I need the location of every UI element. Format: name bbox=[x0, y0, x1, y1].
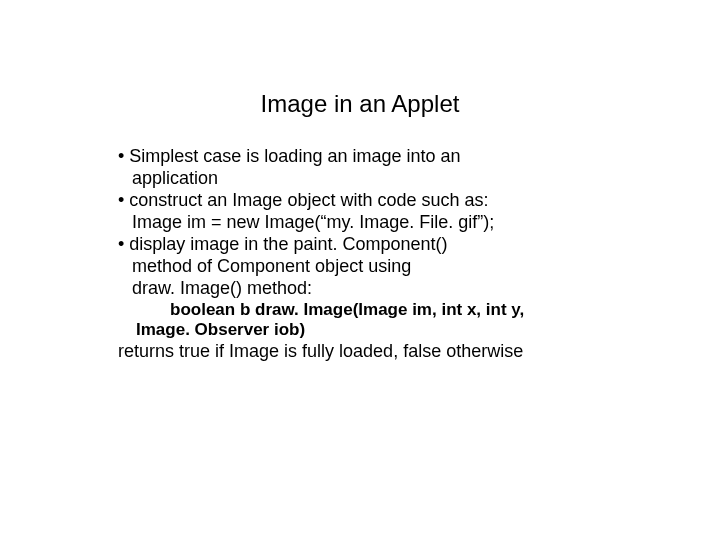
code-line-2: Image. Observer iob) bbox=[118, 320, 618, 341]
slide-title: Image in an Applet bbox=[0, 90, 720, 118]
bullet-2-cont: Image im = new Image(“my. Image. File. g… bbox=[118, 212, 618, 234]
bullet-3-cont-2: draw. Image() method: bbox=[118, 278, 618, 300]
bullet-1: • Simplest case is loading an image into… bbox=[118, 146, 618, 168]
bullet-3: • display image in the paint. Component(… bbox=[118, 234, 618, 256]
final-line: returns true if Image is fully loaded, f… bbox=[118, 341, 618, 363]
bullet-3-cont-1: method of Component object using bbox=[118, 256, 618, 278]
bullet-2: • construct an Image object with code su… bbox=[118, 190, 618, 212]
slide-body: • Simplest case is loading an image into… bbox=[118, 146, 618, 363]
slide: Image in an Applet • Simplest case is lo… bbox=[0, 0, 720, 540]
code-line-1: boolean b draw. Image(Image im, int x, i… bbox=[118, 300, 618, 321]
bullet-1-cont: application bbox=[118, 168, 618, 190]
